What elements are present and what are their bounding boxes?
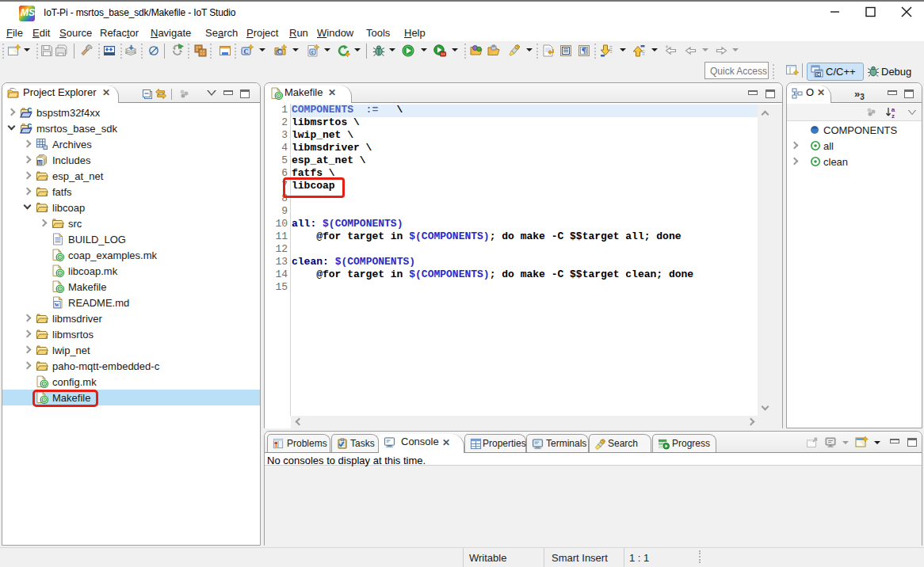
svg-text:C: C bbox=[243, 48, 248, 55]
svg-text:C: C bbox=[277, 48, 281, 55]
svg-text:z: z bbox=[892, 112, 895, 119]
svg-text:C: C bbox=[817, 72, 820, 77]
